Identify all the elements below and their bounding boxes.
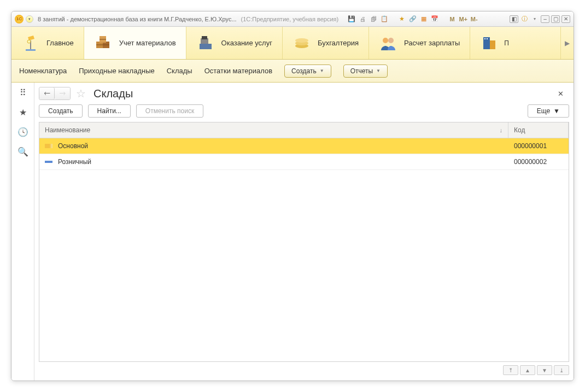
last-page-icon[interactable]: ⤓: [554, 365, 569, 375]
subbar: Номенклатура Приходные накладные Склады …: [11, 60, 574, 83]
window-mode: (1С:Предприятие, учебная версия): [241, 16, 339, 22]
search-icon[interactable]: 🔍: [17, 146, 28, 157]
cash-register-icon: [196, 34, 215, 52]
star-icon[interactable]: ★: [397, 15, 406, 24]
close-panel-icon[interactable]: ✕: [558, 90, 564, 98]
sort-desc-icon: ↓: [500, 127, 503, 133]
tab-enterprise-cut[interactable]: П: [470, 27, 560, 59]
copy-icon[interactable]: 📋: [380, 15, 389, 24]
tab-materials[interactable]: Учет материалов: [84, 27, 186, 59]
nav-forward-button[interactable]: 🡒: [55, 87, 70, 100]
boxes-icon: [94, 34, 113, 52]
warehouse-icon: [45, 161, 52, 163]
create-dropdown-button[interactable]: Создать ▼: [284, 65, 331, 78]
prev-page-icon[interactable]: ▲: [520, 365, 535, 375]
warehouse-icon: [45, 144, 52, 148]
memory-m-icon[interactable]: M: [448, 15, 457, 24]
memory-mplus-icon[interactable]: M+: [459, 15, 467, 24]
cancel-find-button[interactable]: Отменить поиск: [136, 104, 203, 118]
svg-rect-15: [487, 38, 488, 39]
info-icon[interactable]: ⓘ: [520, 15, 529, 24]
people-icon: [379, 34, 397, 52]
table-row[interactable]: Основной 000000001: [39, 138, 569, 154]
svg-point-10: [383, 38, 388, 43]
print-icon[interactable]: 🖨: [358, 15, 367, 24]
more-label: Еще: [537, 107, 550, 115]
tab-label: Расчет зарплаты: [404, 39, 460, 47]
table-nav: ⤒ ▲ ▼ ⤓: [39, 365, 569, 375]
svg-rect-13: [490, 40, 495, 49]
info-dropdown-icon[interactable]: ▾: [530, 15, 539, 24]
coins-icon: [292, 34, 311, 52]
panels-icon[interactable]: ◧: [510, 15, 518, 23]
svg-rect-14: [484, 38, 485, 39]
caret-down-icon: ▼: [320, 68, 324, 73]
favorites-icon[interactable]: ★: [17, 107, 28, 118]
subbar-link-stock[interactable]: Остатки материалов: [204, 67, 272, 75]
row-name: Розничный: [58, 158, 91, 166]
tab-label: Бухгалтерия: [318, 39, 359, 47]
subbar-link-receipts[interactable]: Приходные накладные: [79, 67, 154, 75]
subbar-link-nomenclature[interactable]: Номенклатура: [19, 67, 67, 75]
more-dropdown-button[interactable]: Еще ▼: [528, 104, 569, 118]
favorite-toggle-icon[interactable]: ☆: [76, 87, 86, 100]
calculator-icon[interactable]: ▦: [419, 15, 428, 24]
toolbar: Создать Найти... Отменить поиск Еще ▼: [39, 104, 569, 118]
row-code: 000000002: [508, 154, 569, 169]
tab-accounting[interactable]: Бухгалтерия: [283, 27, 369, 59]
find-button[interactable]: Найти...: [88, 104, 131, 118]
window-title: 8 занятий - демонстрационная база из кни…: [38, 16, 237, 22]
create-button[interactable]: Создать: [39, 104, 83, 118]
svg-rect-4: [200, 44, 212, 49]
save-icon[interactable]: 💾: [347, 15, 356, 24]
dropdown-icon[interactable]: ▾: [26, 15, 33, 23]
titlebar: 1C ▾ 8 занятий - демонстрационная база и…: [11, 11, 574, 27]
column-code[interactable]: Код: [508, 122, 569, 138]
tab-services[interactable]: Оказание услуг: [186, 27, 283, 59]
link-icon[interactable]: 🔗: [408, 15, 417, 24]
column-name[interactable]: Наименование ↓: [39, 122, 508, 138]
tab-label: Учет материалов: [119, 39, 176, 47]
table-body: Основной 000000001 Розничный 000000002: [39, 138, 569, 361]
svg-point-9: [295, 38, 308, 43]
first-page-icon[interactable]: ⤒: [503, 365, 518, 375]
sidebar: ⠿ ★ 🕓 🔍: [11, 83, 34, 381]
ribbon: Главное Учет материалов Оказание услуг Б…: [11, 27, 574, 60]
reports-dropdown-button[interactable]: Отчеты ▼: [343, 65, 388, 78]
header-row: 🡐 🡒 ☆ Склады ✕: [39, 87, 569, 100]
history-icon[interactable]: 🕓: [17, 126, 28, 137]
nav-back-button[interactable]: 🡐: [39, 87, 55, 100]
preview-icon[interactable]: 🗐: [369, 15, 378, 24]
subbar-link-warehouses[interactable]: Склады: [167, 67, 192, 75]
tab-salary[interactable]: Расчет зарплаты: [369, 27, 470, 59]
warehouse-table: Наименование ↓ Код Основной 000000001: [39, 122, 569, 362]
close-window-icon[interactable]: ✕: [561, 15, 570, 23]
desk-lamp-icon: [21, 34, 40, 52]
next-page-icon[interactable]: ▼: [537, 365, 552, 375]
reports-label: Отчеты: [350, 67, 373, 75]
maximize-icon[interactable]: ▢: [551, 15, 560, 23]
calendar-icon[interactable]: 📅: [430, 15, 439, 24]
page-title: Склады: [93, 87, 133, 100]
content: 🡐 🡒 ☆ Склады ✕ Создать Найти... Отменить…: [34, 83, 574, 381]
row-name: Основной: [58, 142, 88, 150]
memory-mminus-icon[interactable]: M-: [470, 15, 478, 24]
building-icon: [480, 34, 499, 52]
create-label: Создать: [291, 67, 317, 75]
caret-down-icon: ▼: [553, 107, 560, 115]
tab-label: П: [504, 39, 509, 47]
tab-label: Главное: [46, 39, 74, 47]
svg-point-0: [27, 40, 31, 43]
app-logo-icon: 1C: [15, 15, 24, 24]
table-row[interactable]: Розничный 000000002: [39, 154, 569, 170]
table-header: Наименование ↓ Код: [39, 122, 569, 138]
column-name-label: Наименование: [45, 126, 90, 134]
tab-main[interactable]: Главное: [11, 27, 84, 59]
caret-down-icon: ▼: [376, 68, 381, 73]
svg-point-11: [388, 38, 394, 43]
svg-rect-6: [202, 36, 207, 39]
minimize-icon[interactable]: –: [541, 15, 549, 23]
apps-grid-icon[interactable]: ⠿: [17, 87, 28, 98]
row-code: 000000001: [508, 138, 569, 154]
ribbon-overflow-icon[interactable]: ▶: [560, 27, 574, 59]
